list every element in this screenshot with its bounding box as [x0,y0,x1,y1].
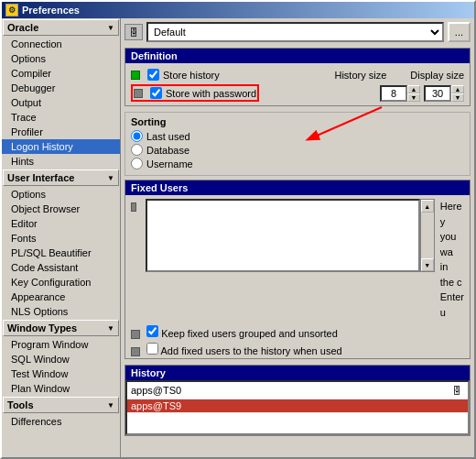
user-interface-arrow-icon: ▼ [107,174,114,182]
display-size-down[interactable]: ▼ [451,93,464,102]
fixed-users-indicator [131,202,136,212]
fixed-users-scrollbar: ▲ ▼ [420,199,435,272]
fixed-users-section: Fixed Users ▲ ▼ [124,180,471,359]
user-interface-label: User Interface [7,172,74,183]
display-size-label: Display size [410,70,464,81]
history-size-label: History size [334,70,386,81]
sidebar-item-trace[interactable]: Trace [2,110,120,125]
history-icon-0: 🗄 [449,383,464,398]
fixed-users-body: ▲ ▼ Here y you wa in the c Enter u [125,195,470,323]
fixed-users-list-container: ▲ ▼ [146,199,435,320]
store-history-checkbox[interactable] [147,69,159,81]
sidebar-item-hints[interactable]: Hints [2,154,120,169]
sidebar-item-code-assistant[interactable]: Code Assistant [2,260,120,275]
history-row-1[interactable]: apps@TS9 [127,399,468,413]
sort-last-used-radio[interactable] [131,130,143,142]
sidebar-item-sql-window[interactable]: SQL Window [2,352,120,366]
keep-grouped-label: Keep fixed users grouped and unsorted [161,328,338,339]
sidebar-item-compiler[interactable]: Compiler [2,66,120,81]
green-indicator-1 [131,71,140,80]
sidebar-item-output[interactable]: Output [2,95,120,110]
sidebar-item-profiler[interactable]: Profiler [2,125,120,139]
sort-username-row: Username [131,158,464,169]
sidebar-item-key-configuration[interactable]: Key Configuration [2,275,120,290]
history-row-0[interactable]: apps@TS0 🗄 [127,382,468,399]
sort-database-radio[interactable] [131,144,143,156]
fixed-users-header: Fixed Users [125,180,470,195]
sidebar-item-logon-history[interactable]: Logon History [2,139,120,154]
store-history-label: Store history [163,70,220,81]
sorting-title: Sorting [131,116,464,127]
display-size-up[interactable]: ▲ [451,85,464,93]
sorting-section: Sorting Last used Database Username [124,112,471,176]
history-size-down[interactable]: ▼ [407,93,420,102]
add-to-history-checkbox[interactable] [146,343,158,355]
store-password-highlight: Store with password [131,84,259,102]
sort-database-row: Database [131,144,464,156]
scrollbar-down-btn[interactable]: ▼ [421,258,434,271]
sidebar-item-plsql-beautifier[interactable]: PL/SQL Beautifier [2,246,120,260]
oracle-category-label: Oracle [7,22,38,33]
history-item-0: apps@TS0 [131,385,449,396]
sort-username-radio[interactable] [131,158,143,169]
sidebar-item-editor[interactable]: Editor [2,216,120,231]
sidebar-item-program-window[interactable]: Program Window [2,337,120,352]
window-icon: ⚙ [5,4,18,16]
sidebar-item-nls-options[interactable]: NLS Options [2,304,120,319]
window-types-arrow-icon: ▼ [107,324,114,333]
history-item-1: apps@TS9 [131,400,464,411]
title-bar: ⚙ Preferences [2,2,474,18]
sidebar-category-window-types[interactable]: Window Types ▼ [3,320,119,336]
main-panel: 🗄 Default ... Definition [121,18,474,457]
sidebar-item-object-browser[interactable]: Object Browser [2,202,120,216]
sidebar-item-differences[interactable]: Differences [2,414,120,429]
preferences-window: ⚙ Preferences Oracle ▼ Connection Option… [0,0,476,459]
ellipsis-button[interactable]: ... [448,22,471,42]
keep-grouped-checkbox[interactable] [146,325,158,337]
fixed-users-list[interactable] [146,199,420,272]
history-size-group: ▲ ▼ [380,85,420,102]
scrollbar-track [421,213,434,258]
add-to-history-indicator [131,347,140,356]
profile-dropdown[interactable]: Default [146,22,444,42]
display-size-input[interactable] [424,85,451,102]
sort-username-label: Username [146,158,193,169]
tools-arrow-icon: ▼ [107,401,114,410]
sidebar-category-oracle[interactable]: Oracle ▼ [3,19,119,36]
window-title: Preferences [22,5,80,16]
history-header: History [125,366,470,380]
sidebar-item-plan-window[interactable]: Plan Window [2,381,120,396]
history-title: History [131,367,166,378]
history-size-input[interactable] [380,85,407,102]
sort-last-used-row: Last used [131,130,464,142]
oracle-arrow-icon: ▼ [107,24,114,32]
store-password-label: Store with password [166,88,256,99]
definition-section: Definition Store history History size Di… [124,48,471,106]
history-size-spinner: ▲ ▼ [407,85,420,102]
display-size-group: ▲ ▼ [424,85,464,102]
sidebar-category-user-interface[interactable]: User Interface ▼ [3,169,119,186]
sidebar-item-debugger[interactable]: Debugger [2,81,120,95]
top-bar: 🗄 Default ... [124,22,471,42]
add-to-history-row: Add fixed users to the history when used [125,341,470,358]
tools-label: Tools [7,399,34,410]
sidebar-category-tools[interactable]: Tools ▼ [3,397,119,413]
scrollbar-up-btn[interactable]: ▲ [421,200,434,213]
add-to-history-label: Add fixed users to the history when used [161,345,342,356]
history-section: History apps@TS0 🗄 apps@TS9 [124,365,471,436]
sidebar-item-options[interactable]: Options [2,51,120,66]
sidebar-item-connection[interactable]: Connection [2,37,120,51]
keep-grouped-row: Keep fixed users grouped and unsorted [125,323,470,341]
definition-body: Store history History size Display size … [125,63,470,105]
window-types-label: Window Types [7,322,77,333]
sidebar-item-test-window[interactable]: Test Window [2,366,120,381]
keep-grouped-indicator [131,330,140,339]
store-password-checkbox[interactable] [150,87,162,99]
sidebar-item-ui-options[interactable]: Options [2,187,120,202]
sidebar-item-fonts[interactable]: Fonts [2,231,120,246]
fixed-users-title: Fixed Users [131,182,188,193]
content-area: Oracle ▼ Connection Options Compiler Deb… [2,18,474,457]
sidebar-item-appearance[interactable]: Appearance [2,290,120,304]
history-size-up[interactable]: ▲ [407,85,420,93]
definition-header: Definition [125,49,470,63]
